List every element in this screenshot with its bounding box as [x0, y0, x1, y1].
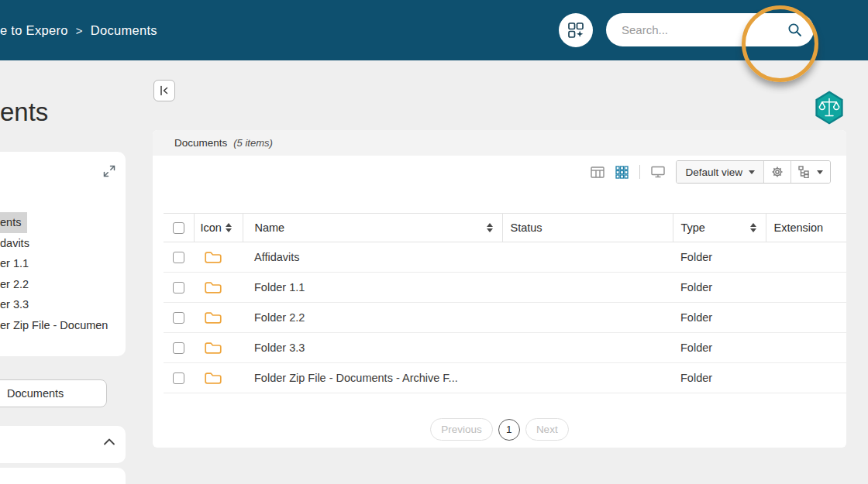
sort-icon[interactable]: [750, 223, 756, 233]
panel-collapse-left-icon: [158, 84, 170, 97]
tree-item-folder-3-3[interactable]: er 3.3: [0, 294, 108, 315]
row-name[interactable]: Folder 2.2: [243, 303, 502, 333]
breadcrumb-root[interactable]: e to Expero: [0, 23, 68, 38]
documents-panel: Documents (5 items): [153, 130, 846, 448]
select-all-checkbox[interactable]: [173, 222, 184, 234]
row-checkbox[interactable]: [173, 312, 184, 324]
breadcrumb: e to Expero > Documents: [0, 0, 157, 60]
tree-item-label: davits: [0, 233, 29, 254]
expand-icon[interactable]: [102, 164, 116, 178]
apps-button[interactable]: [559, 13, 593, 47]
folder-icon: [205, 372, 222, 385]
sidebar-collapsible-section[interactable]: [0, 426, 126, 463]
folder-icon: [205, 251, 222, 264]
table-view-icon: [591, 166, 604, 178]
tree-item-affidavits[interactable]: davits: [0, 233, 108, 254]
table-row[interactable]: Folder 1.1 Folder: [164, 273, 846, 303]
item-count: (5 items): [233, 137, 273, 149]
view-selector-label: Default view: [685, 166, 742, 178]
tree-item-label: er Zip File - Documen: [0, 315, 108, 336]
row-checkbox[interactable]: [173, 282, 184, 293]
row-name[interactable]: Folder 3.3: [243, 333, 502, 363]
table-row[interactable]: Folder Zip File - Documents - Archive F.…: [164, 363, 846, 393]
current-page-button[interactable]: 1: [498, 419, 520, 441]
grid-view-button[interactable]: [615, 166, 629, 179]
folder-icon: [205, 342, 222, 355]
row-type: Folder: [673, 273, 766, 303]
sort-icon[interactable]: [487, 223, 493, 233]
apps-grid-icon: [567, 22, 584, 39]
view-toolbar: Default view: [591, 160, 831, 184]
board-view-button[interactable]: [651, 166, 665, 178]
sidebar-bottom-panel: [0, 468, 126, 484]
folder-icon: [205, 311, 222, 324]
toolbar-divider: [639, 165, 640, 179]
sort-icon[interactable]: [226, 223, 232, 233]
folder-search-input[interactable]: [0, 379, 107, 407]
search-input[interactable]: [622, 23, 787, 36]
row-status: [502, 333, 673, 363]
column-header-extension[interactable]: Extension: [774, 221, 824, 234]
view-options-group: Default view: [676, 160, 831, 184]
row-name[interactable]: Folder Zip File - Documents - Archive F.…: [243, 363, 502, 393]
pagination: Previous 1 Next: [153, 418, 846, 441]
settings-button[interactable]: [764, 161, 790, 183]
app-logo: [813, 91, 846, 125]
row-name[interactable]: Affidavits: [243, 242, 502, 273]
table-view-button[interactable]: [591, 166, 604, 178]
search-bar: [606, 13, 814, 46]
row-checkbox[interactable]: [173, 342, 184, 354]
row-type: Folder: [673, 242, 766, 273]
tree-item-folder-zip[interactable]: er Zip File - Documen: [0, 315, 108, 336]
previous-page-button[interactable]: Previous: [430, 418, 493, 441]
table-row[interactable]: Affidavits Folder: [164, 242, 846, 273]
column-header-type[interactable]: Type: [681, 221, 705, 234]
row-status: [502, 363, 673, 393]
breadcrumb-current[interactable]: Documents: [91, 23, 157, 38]
view-selector-dropdown[interactable]: Default view: [677, 161, 764, 183]
section-title: Documents: [174, 137, 227, 149]
tree-item-folder-1-1[interactable]: er 1.1: [0, 253, 108, 274]
row-extension: [766, 333, 846, 363]
column-header-icon[interactable]: Icon: [201, 221, 222, 234]
tree-item-label: er 3.3: [0, 294, 29, 315]
tree-view-button[interactable]: [790, 161, 830, 183]
row-extension: [766, 273, 846, 303]
row-status: [502, 273, 673, 303]
folder-tree: ents davits er 1.1 er 2.2 er 3.3 er Zip …: [0, 212, 108, 335]
row-name[interactable]: Folder 1.1: [243, 273, 502, 303]
tree-item-label: er 1.1: [0, 253, 29, 274]
table-row[interactable]: Folder 3.3 Folder: [164, 333, 846, 363]
table-header-row: Icon Name Status Type: [164, 214, 846, 242]
column-header-name[interactable]: Name: [255, 221, 285, 234]
row-checkbox[interactable]: [173, 252, 184, 263]
tree-item-documents[interactable]: ents: [0, 212, 108, 233]
search-icon[interactable]: [787, 22, 802, 37]
chevron-down-icon: [749, 170, 755, 174]
collapse-panel-button[interactable]: [153, 80, 175, 101]
row-checkbox[interactable]: [173, 372, 184, 384]
next-page-button[interactable]: Next: [525, 418, 569, 441]
row-extension: [766, 363, 846, 393]
top-navigation-bar: e to Expero > Documents: [0, 0, 868, 60]
row-extension: [766, 242, 846, 273]
table-row[interactable]: Folder 2.2 Folder: [164, 303, 846, 333]
tree-item-label: ents: [0, 212, 27, 233]
chevron-up-icon[interactable]: [103, 438, 115, 445]
row-extension: [766, 303, 846, 333]
tree-item-folder-2-2[interactable]: er 2.2: [0, 274, 108, 295]
grid-view-icon: [615, 166, 629, 179]
breadcrumb-separator: >: [76, 24, 83, 37]
row-type: Folder: [673, 363, 766, 393]
screen: e to Expero > Documents ents: [0, 0, 868, 484]
row-status: [502, 303, 673, 333]
gear-icon: [771, 166, 784, 178]
documents-table: Icon Name Status Type: [164, 213, 846, 393]
row-type: Folder: [673, 333, 766, 363]
section-header: Documents (5 items): [153, 130, 846, 156]
scales-hexagon-icon: [813, 91, 846, 125]
monitor-icon: [651, 166, 665, 178]
page-title: ents: [0, 98, 48, 127]
tree-item-label: er 2.2: [0, 274, 29, 295]
column-header-status[interactable]: Status: [511, 221, 542, 234]
